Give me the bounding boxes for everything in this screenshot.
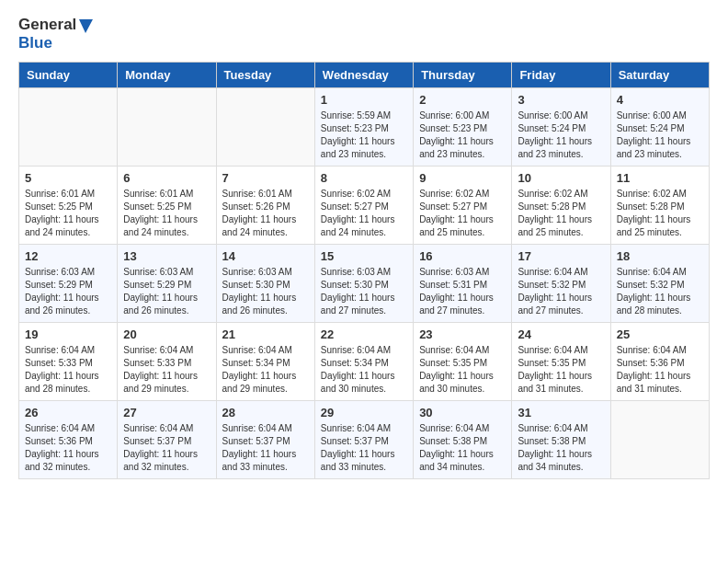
day-info: Sunrise: 6:00 AM Sunset: 5:24 PM Dayligh…	[518, 109, 604, 161]
day-info: Sunrise: 6:01 AM Sunset: 5:25 PM Dayligh…	[123, 188, 210, 239]
calendar-cell: 31Sunrise: 6:04 AM Sunset: 5:38 PM Dayli…	[512, 400, 610, 478]
day-number: 20	[123, 327, 210, 341]
day-info: Sunrise: 6:04 AM Sunset: 5:37 PM Dayligh…	[123, 422, 210, 474]
week-row-4: 19Sunrise: 6:04 AM Sunset: 5:33 PM Dayli…	[19, 322, 710, 400]
calendar-cell: 9Sunrise: 6:02 AM Sunset: 5:27 PM Daylig…	[414, 166, 512, 244]
calendar-cell: 25Sunrise: 6:04 AM Sunset: 5:36 PM Dayli…	[610, 322, 709, 400]
day-info: Sunrise: 6:04 AM Sunset: 5:38 PM Dayligh…	[419, 422, 506, 474]
week-row-3: 12Sunrise: 6:03 AM Sunset: 5:29 PM Dayli…	[19, 244, 710, 322]
day-info: Sunrise: 6:00 AM Sunset: 5:23 PM Dayligh…	[419, 109, 506, 161]
weekday-header-thursday: Thursday	[414, 62, 512, 87]
day-info: Sunrise: 6:04 AM Sunset: 5:36 PM Dayligh…	[25, 422, 111, 474]
calendar-cell: 10Sunrise: 6:02 AM Sunset: 5:28 PM Dayli…	[512, 166, 610, 244]
day-number: 2	[419, 93, 506, 107]
day-number: 6	[123, 171, 210, 185]
calendar-cell: 14Sunrise: 6:03 AM Sunset: 5:30 PM Dayli…	[216, 244, 314, 322]
day-info: Sunrise: 6:04 AM Sunset: 5:33 PM Dayligh…	[25, 344, 111, 396]
day-number: 13	[123, 249, 210, 263]
calendar-cell: 28Sunrise: 6:04 AM Sunset: 5:37 PM Dayli…	[216, 400, 314, 478]
logo: General Blue	[18, 17, 93, 52]
day-number: 12	[25, 249, 111, 263]
day-number: 19	[25, 327, 111, 341]
calendar-cell: 13Sunrise: 6:03 AM Sunset: 5:29 PM Dayli…	[118, 244, 216, 322]
calendar-cell: 15Sunrise: 6:03 AM Sunset: 5:30 PM Dayli…	[314, 244, 413, 322]
weekday-header-friday: Friday	[512, 62, 610, 87]
calendar-cell: 22Sunrise: 6:04 AM Sunset: 5:34 PM Dayli…	[314, 322, 413, 400]
calendar-cell: 24Sunrise: 6:04 AM Sunset: 5:35 PM Dayli…	[512, 322, 610, 400]
svg-marker-0	[79, 19, 93, 33]
calendar-cell: 8Sunrise: 6:02 AM Sunset: 5:27 PM Daylig…	[314, 166, 413, 244]
day-number: 8	[321, 171, 407, 185]
day-info: Sunrise: 6:00 AM Sunset: 5:24 PM Dayligh…	[617, 109, 703, 161]
calendar-cell: 7Sunrise: 6:01 AM Sunset: 5:26 PM Daylig…	[216, 166, 314, 244]
calendar-cell: 6Sunrise: 6:01 AM Sunset: 5:25 PM Daylig…	[118, 166, 216, 244]
day-number: 9	[419, 171, 506, 185]
day-info: Sunrise: 6:02 AM Sunset: 5:28 PM Dayligh…	[518, 188, 604, 239]
week-row-1: 1Sunrise: 5:59 AM Sunset: 5:23 PM Daylig…	[19, 87, 710, 166]
day-number: 4	[617, 93, 703, 107]
calendar-cell: 19Sunrise: 6:04 AM Sunset: 5:33 PM Dayli…	[19, 322, 118, 400]
weekday-header-saturday: Saturday	[610, 62, 709, 87]
day-number: 26	[25, 406, 111, 419]
day-number: 25	[617, 327, 703, 341]
calendar-cell: 5Sunrise: 6:01 AM Sunset: 5:25 PM Daylig…	[19, 166, 118, 244]
calendar-cell	[610, 400, 709, 478]
calendar-cell: 27Sunrise: 6:04 AM Sunset: 5:37 PM Dayli…	[118, 400, 216, 478]
day-number: 23	[419, 327, 506, 341]
calendar-wrapper: SundayMondayTuesdayWednesdayThursdayFrid…	[0, 62, 728, 488]
day-info: Sunrise: 6:04 AM Sunset: 5:37 PM Dayligh…	[222, 422, 309, 474]
weekday-header-tuesday: Tuesday	[216, 62, 314, 87]
day-number: 7	[222, 171, 309, 185]
week-row-2: 5Sunrise: 6:01 AM Sunset: 5:25 PM Daylig…	[19, 166, 710, 244]
day-info: Sunrise: 6:02 AM Sunset: 5:28 PM Dayligh…	[617, 188, 703, 239]
calendar-cell: 23Sunrise: 6:04 AM Sunset: 5:35 PM Dayli…	[414, 322, 512, 400]
week-row-5: 26Sunrise: 6:04 AM Sunset: 5:36 PM Dayli…	[19, 400, 710, 478]
logo-text: General Blue	[18, 17, 93, 52]
calendar-cell: 3Sunrise: 6:00 AM Sunset: 5:24 PM Daylig…	[512, 87, 610, 166]
day-number: 21	[222, 327, 309, 341]
day-info: Sunrise: 6:04 AM Sunset: 5:32 PM Dayligh…	[518, 266, 604, 317]
calendar-cell: 29Sunrise: 6:04 AM Sunset: 5:37 PM Dayli…	[314, 400, 413, 478]
day-info: Sunrise: 6:04 AM Sunset: 5:34 PM Dayligh…	[222, 344, 309, 396]
calendar-cell: 20Sunrise: 6:04 AM Sunset: 5:33 PM Dayli…	[118, 322, 216, 400]
calendar-cell: 16Sunrise: 6:03 AM Sunset: 5:31 PM Dayli…	[414, 244, 512, 322]
weekday-header-sunday: Sunday	[19, 62, 118, 87]
day-number: 30	[419, 406, 506, 419]
day-info: Sunrise: 6:01 AM Sunset: 5:26 PM Dayligh…	[222, 188, 309, 239]
day-info: Sunrise: 6:04 AM Sunset: 5:38 PM Dayligh…	[518, 422, 604, 474]
calendar-cell: 2Sunrise: 6:00 AM Sunset: 5:23 PM Daylig…	[414, 87, 512, 166]
day-info: Sunrise: 6:01 AM Sunset: 5:25 PM Dayligh…	[25, 188, 111, 239]
day-number: 31	[518, 406, 604, 419]
day-info: Sunrise: 5:59 AM Sunset: 5:23 PM Dayligh…	[321, 109, 407, 161]
day-info: Sunrise: 6:04 AM Sunset: 5:34 PM Dayligh…	[321, 344, 407, 396]
calendar-cell	[118, 87, 216, 166]
day-number: 15	[321, 249, 407, 263]
day-info: Sunrise: 6:03 AM Sunset: 5:29 PM Dayligh…	[123, 266, 210, 317]
calendar-cell: 30Sunrise: 6:04 AM Sunset: 5:38 PM Dayli…	[414, 400, 512, 478]
calendar-cell: 1Sunrise: 5:59 AM Sunset: 5:23 PM Daylig…	[314, 87, 413, 166]
day-number: 28	[222, 406, 309, 419]
day-info: Sunrise: 6:04 AM Sunset: 5:36 PM Dayligh…	[617, 344, 703, 396]
day-info: Sunrise: 6:04 AM Sunset: 5:35 PM Dayligh…	[518, 344, 604, 396]
day-number: 1	[321, 93, 407, 107]
calendar-cell	[216, 87, 314, 166]
day-info: Sunrise: 6:03 AM Sunset: 5:30 PM Dayligh…	[321, 266, 407, 317]
calendar-cell: 17Sunrise: 6:04 AM Sunset: 5:32 PM Dayli…	[512, 244, 610, 322]
day-info: Sunrise: 6:03 AM Sunset: 5:30 PM Dayligh…	[222, 266, 309, 317]
calendar-cell: 18Sunrise: 6:04 AM Sunset: 5:32 PM Dayli…	[610, 244, 709, 322]
day-number: 24	[518, 327, 604, 341]
day-info: Sunrise: 6:02 AM Sunset: 5:27 PM Dayligh…	[419, 188, 506, 239]
day-number: 17	[518, 249, 604, 263]
day-info: Sunrise: 6:04 AM Sunset: 5:35 PM Dayligh…	[419, 344, 506, 396]
calendar-cell: 21Sunrise: 6:04 AM Sunset: 5:34 PM Dayli…	[216, 322, 314, 400]
day-number: 18	[617, 249, 703, 263]
day-info: Sunrise: 6:04 AM Sunset: 5:37 PM Dayligh…	[321, 422, 407, 474]
calendar-cell	[19, 87, 118, 166]
day-number: 5	[25, 171, 111, 185]
calendar-cell: 12Sunrise: 6:03 AM Sunset: 5:29 PM Dayli…	[19, 244, 118, 322]
day-number: 16	[419, 249, 506, 263]
day-number: 14	[222, 249, 309, 263]
calendar-table: SundayMondayTuesdayWednesdayThursdayFrid…	[18, 62, 710, 479]
day-number: 27	[123, 406, 210, 419]
day-number: 22	[321, 327, 407, 341]
